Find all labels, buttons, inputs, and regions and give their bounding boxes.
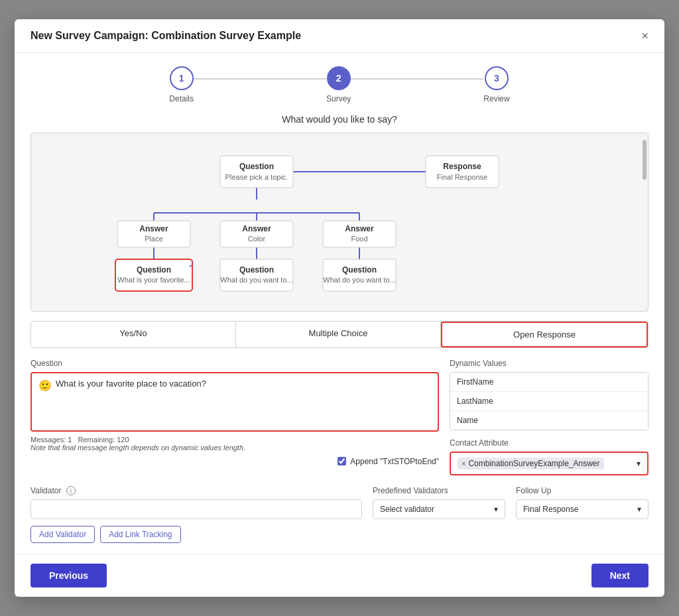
validator-col: Validator i Add Validator Add Link Track…	[31, 486, 362, 544]
svg-text:Answer: Answer	[139, 224, 168, 233]
step-2-label: Survey	[326, 94, 351, 103]
append-checkbox-wrap: Append "TxtSTOPtoEnd"	[338, 457, 439, 466]
dynamic-values-label: Dynamic Values	[450, 359, 648, 368]
modal-body: Question Please pick a topic. Response F…	[15, 133, 664, 554]
step-2-circle: 2	[327, 66, 351, 90]
question-text: What is your favorite place to vacation?	[56, 379, 431, 389]
question-input[interactable]: 🙂 What is your favorite place to vacatio…	[31, 372, 439, 432]
question-label: Question	[31, 359, 439, 368]
close-button[interactable]: ×	[641, 30, 648, 42]
predefined-select[interactable]: Select validator ▾	[373, 499, 505, 519]
message-note: Note that final message length depends o…	[31, 444, 439, 452]
previous-button[interactable]: Previous	[31, 564, 107, 587]
validator-info-icon: i	[66, 486, 76, 495]
validator-btn-row: Add Validator Add Link Tracking	[31, 526, 362, 543]
svg-text:Question: Question	[137, 265, 171, 275]
followup-select[interactable]: Final Response ▾	[516, 499, 648, 519]
step-3[interactable]: 3 Review	[483, 66, 509, 103]
predefined-chevron: ▾	[494, 505, 498, 514]
content-row: Question 🙂 What is your favorite place t…	[31, 359, 648, 475]
contact-attr-select[interactable]: × CombinationSurveyExample_Answer ▾	[450, 452, 648, 475]
modal-header: New Survey Campaign: Combination Survey …	[15, 19, 664, 53]
survey-modal: New Survey Campaign: Combination Survey …	[15, 19, 664, 597]
tab-multiple-choice[interactable]: Multiple Choice	[236, 322, 441, 347]
dynamic-values-list: FirstName LastName Name	[450, 372, 648, 430]
svg-text:Question: Question	[239, 265, 274, 275]
svg-text:Response: Response	[443, 162, 481, 171]
contact-attr-tag: × CombinationSurveyExample_Answer	[458, 458, 604, 469]
svg-text:Place: Place	[145, 235, 163, 243]
append-checkbox[interactable]	[338, 457, 346, 465]
svg-text:Question: Question	[239, 162, 274, 171]
left-col: Question 🙂 What is your favorite place t…	[31, 359, 439, 475]
add-validator-button[interactable]: Add Validator	[31, 526, 95, 543]
step-3-label: Review	[483, 94, 509, 103]
tree-svg: Question Please pick a topic. Response F…	[51, 147, 628, 306]
step-2[interactable]: 2 Survey	[326, 66, 351, 103]
svg-rect-13	[426, 156, 499, 188]
svg-text:Final Response: Final Response	[437, 173, 487, 181]
svg-rect-29	[220, 259, 293, 291]
next-button[interactable]: Next	[591, 564, 648, 587]
validator-input[interactable]	[31, 499, 362, 519]
step-3-circle: 3	[485, 66, 509, 90]
step-1-circle: 1	[170, 66, 194, 90]
svg-text:What do you want to...: What do you want to...	[323, 276, 395, 284]
append-row: Append "TxtSTOPtoEnd"	[31, 457, 439, 466]
contact-attr-value: CombinationSurveyExample_Answer	[468, 459, 599, 468]
tab-yes-no[interactable]: Yes/No	[31, 322, 236, 347]
svg-text:What is your favorite...: What is your favorite...	[117, 276, 190, 284]
survey-tree-scroll: Question Please pick a topic. Response F…	[31, 133, 648, 311]
type-tabs: Yes/No Multiple Choice Open Response	[31, 321, 648, 348]
svg-text:✓: ✓	[188, 261, 195, 270]
stepper: 1 Details 2 Survey 3 Review	[15, 53, 664, 114]
validator-label: Validator i	[31, 486, 362, 496]
svg-rect-10	[220, 156, 293, 188]
followup-label: Follow Up	[516, 486, 648, 495]
question-emoji: 🙂	[38, 379, 52, 392]
contact-attr-label: Contact Attribute	[450, 438, 648, 448]
predefined-label: Predefined Validators	[373, 486, 505, 495]
survey-tree-container[interactable]: Question Please pick a topic. Response F…	[31, 133, 648, 312]
step-1-label: Details	[169, 94, 194, 103]
tag-remove-icon[interactable]: ×	[462, 460, 465, 467]
svg-text:Answer: Answer	[242, 224, 271, 233]
section-title: What would you like to say?	[15, 114, 664, 125]
followup-chevron: ▾	[637, 505, 641, 514]
svg-rect-32	[323, 259, 396, 291]
svg-text:Food: Food	[351, 235, 367, 243]
followup-col: Follow Up Final Response ▾	[516, 486, 648, 544]
step-1[interactable]: 1 Details	[169, 66, 194, 103]
step-line-1	[194, 78, 326, 80]
predefined-col: Predefined Validators Select validator ▾	[373, 486, 505, 544]
modal-overlay: New Survey Campaign: Combination Survey …	[0, 0, 679, 616]
contact-attr-chevron: ▾	[637, 459, 641, 468]
dynamic-item-lastname[interactable]: LastName	[450, 392, 648, 411]
append-label: Append "TxtSTOPtoEnd"	[350, 457, 439, 466]
svg-text:What do you want to...: What do you want to...	[220, 276, 292, 284]
step-line-2	[351, 78, 483, 80]
modal-footer: Previous Next	[15, 554, 664, 597]
message-count: Messages: 1 Remaining: 120	[31, 436, 439, 444]
scrollbar[interactable]	[643, 140, 647, 180]
svg-text:Answer: Answer	[345, 224, 374, 233]
modal-title: New Survey Campaign: Combination Survey …	[31, 30, 301, 42]
svg-text:Color: Color	[248, 235, 266, 243]
svg-rect-25	[115, 259, 192, 291]
tab-open-response[interactable]: Open Response	[441, 322, 648, 347]
right-col: Dynamic Values FirstName LastName Name C…	[450, 359, 648, 475]
svg-text:Question: Question	[342, 265, 377, 275]
add-link-tracking-button[interactable]: Add Link Tracking	[100, 526, 180, 543]
svg-text:Please pick a topic.: Please pick a topic.	[225, 173, 288, 181]
dynamic-item-name[interactable]: Name	[450, 411, 648, 430]
dynamic-item-firstname[interactable]: FirstName	[450, 373, 648, 392]
bottom-section: Validator i Add Validator Add Link Track…	[31, 486, 648, 544]
